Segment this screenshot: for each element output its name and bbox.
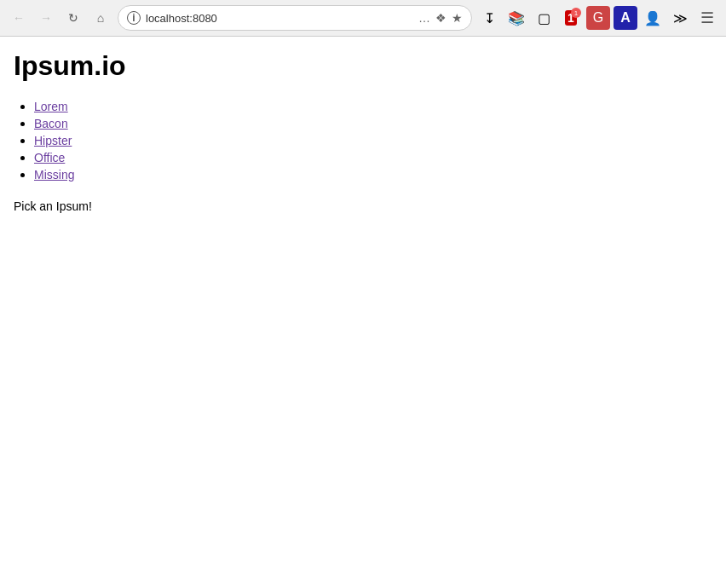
- forward-button[interactable]: →: [34, 6, 58, 30]
- nav-buttons: ← → ↻ ⌂: [7, 6, 112, 30]
- nav-link[interactable]: Lorem: [34, 100, 68, 113]
- browser-toolbar: ← → ↻ ⌂ i localhost:8080 … ❖ ★ ↧ 📚 ▢ 1 1…: [0, 0, 726, 36]
- list-item: Hipster: [34, 133, 712, 148]
- page-title: Ipsum.io: [14, 50, 712, 82]
- extension-badge: 1: [571, 8, 581, 18]
- extension-1-button[interactable]: 1 1: [559, 6, 583, 30]
- extension-2-button[interactable]: G: [586, 6, 610, 30]
- url-text: localhost:8080: [146, 12, 413, 25]
- browser-extensions: ↧ 📚 ▢ 1 1 G A 👤 ≫ ☰: [477, 6, 719, 30]
- browser-chrome: ← → ↻ ⌂ i localhost:8080 … ❖ ★ ↧ 📚 ▢ 1 1…: [0, 0, 726, 37]
- nav-list: LoremBaconHipsterOfficeMissing: [14, 99, 712, 182]
- nav-link[interactable]: Missing: [34, 168, 74, 182]
- star-icon[interactable]: ★: [452, 11, 463, 25]
- prompt-text: Pick an Ipsum!: [14, 199, 712, 213]
- home-button[interactable]: ⌂: [89, 6, 112, 30]
- extension-3-button[interactable]: A: [614, 6, 637, 30]
- back-button[interactable]: ←: [7, 6, 31, 30]
- tabs-button[interactable]: ▢: [532, 6, 556, 30]
- list-item: Lorem: [34, 99, 712, 114]
- address-bar-icons: … ❖ ★: [418, 11, 463, 25]
- library-button[interactable]: 📚: [504, 6, 528, 30]
- list-item: Bacon: [34, 116, 712, 131]
- extensions-more-button[interactable]: ≫: [668, 6, 692, 30]
- reload-button[interactable]: ↻: [61, 6, 85, 30]
- list-item: Missing: [34, 167, 712, 182]
- page-content: Ipsum.io LoremBaconHipsterOfficeMissing …: [0, 37, 726, 227]
- nav-link[interactable]: Bacon: [34, 117, 68, 130]
- address-bar[interactable]: i localhost:8080 … ❖ ★: [118, 5, 472, 31]
- info-icon: i: [127, 11, 141, 25]
- menu-button[interactable]: ☰: [695, 6, 719, 30]
- extension-4-button[interactable]: 👤: [641, 6, 665, 30]
- download-button[interactable]: ↧: [477, 6, 501, 30]
- nav-link[interactable]: Office: [34, 151, 65, 164]
- pocket-icon[interactable]: ❖: [435, 11, 447, 25]
- list-item: Office: [34, 150, 712, 165]
- more-icon[interactable]: …: [418, 11, 430, 25]
- nav-link[interactable]: Hipster: [34, 134, 72, 147]
